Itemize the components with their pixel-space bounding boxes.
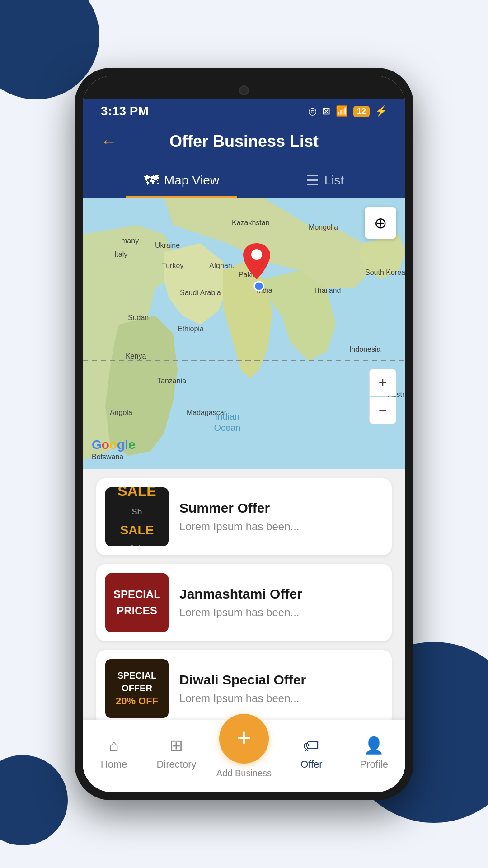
svg-text:Indonesia: Indonesia — [349, 345, 380, 353]
location-icon: ◎ — [308, 105, 317, 117]
notch-bar — [83, 76, 405, 99]
svg-text:Thailand: Thailand — [313, 287, 341, 294]
bolt-icon: ⚡ — [375, 105, 387, 117]
svg-text:Google: Google — [92, 438, 135, 452]
nav-label-offer: Offer — [300, 759, 323, 770]
zoom-in-button[interactable]: + — [369, 369, 396, 396]
directory-icon: ⊞ — [169, 736, 183, 755]
nav-label-add: Add Business — [216, 768, 272, 778]
svg-text:Sudan: Sudan — [128, 314, 149, 321]
nav-label-profile: Profile — [360, 759, 388, 770]
offer-title-2: Janmashtami Offer — [179, 586, 383, 602]
plus-icon: + — [237, 725, 252, 750]
phone-screen: 3:13 PM ◎ ⊠ 📶 12 ⚡ ← Offer Business List — [83, 76, 405, 792]
offer-info-3: Diwali Special Offer Lorem Ipsum has bee… — [179, 672, 383, 705]
svg-text:Kenya: Kenya — [126, 352, 146, 360]
map-icon: 🗺 — [144, 172, 159, 189]
offers-list: SALE Sh SALE Sale Summer Offer Lorem Ips… — [83, 469, 405, 720]
page-title: Offer Business List — [169, 132, 319, 151]
offer-info-1: Summer Offer Lorem Ipsum has been... — [179, 500, 383, 533]
offer-desc-3: Lorem Ipsum has been... — [179, 692, 383, 705]
nav-add-container: + Add Business — [216, 727, 272, 778]
svg-text:Tanzania: Tanzania — [157, 377, 186, 385]
offer-image-2: SPECIAL PRICES — [105, 573, 169, 632]
list-icon: ☰ — [306, 172, 319, 189]
wifi-icon: 📶 — [336, 105, 348, 117]
offer-info-2: Janmashtami Offer Lorem Ipsum has been..… — [179, 586, 383, 619]
svg-text:South Korea: South Korea — [365, 269, 405, 276]
crosshair-icon: ⊕ — [374, 214, 387, 232]
svg-text:Afghan.: Afghan. — [209, 262, 234, 269]
svg-text:Saudi Arabia: Saudi Arabia — [180, 289, 221, 297]
tab-map-label: Map View — [164, 173, 219, 188]
status-bar: 3:13 PM ◎ ⊠ 📶 12 ⚡ — [83, 99, 405, 123]
svg-text:many: many — [121, 237, 139, 245]
nav-label-directory: Directory — [156, 759, 196, 770]
svg-text:Ukraine: Ukraine — [155, 241, 180, 249]
svg-text:Angola: Angola — [110, 409, 132, 416]
offer-card-2[interactable]: SPECIAL PRICES Janmashtami Offer Lorem I… — [96, 564, 392, 641]
svg-text:Turkey: Turkey — [162, 262, 183, 269]
svg-text:Mongolia: Mongolia — [309, 223, 338, 231]
offer-title-1: Summer Offer — [179, 500, 383, 516]
header: ← Offer Business List 🗺 Map View ☰ List — [83, 123, 405, 198]
nav-item-home[interactable]: ⌂ Home — [91, 736, 136, 770]
bg-decor-bottom-left — [0, 755, 68, 845]
camera — [239, 85, 249, 95]
home-icon: ⌂ — [109, 736, 119, 755]
nav-item-offer[interactable]: 🏷 Offer — [289, 736, 334, 770]
offer-card-1[interactable]: SALE Sh SALE Sale Summer Offer Lorem Ips… — [96, 478, 392, 555]
nav-item-directory[interactable]: ⊞ Directory — [154, 736, 199, 770]
svg-text:Kazakhstan: Kazakhstan — [232, 219, 270, 226]
tab-map-view[interactable]: 🗺 Map View — [126, 165, 237, 198]
svg-text:Botswana: Botswana — [92, 453, 123, 461]
svg-text:Ethiopia: Ethiopia — [178, 325, 204, 333]
offer-icon: 🏷 — [303, 736, 319, 755]
svg-text:Ocean: Ocean — [214, 423, 241, 433]
map-container[interactable]: Indian Ocean many Italy Ukraine Kazakhst… — [83, 198, 405, 469]
offer-desc-2: Lorem Ipsum has been... — [179, 606, 383, 619]
offer-desc-1: Lorem Ipsum has been... — [179, 520, 383, 533]
map-svg: Indian Ocean many Italy Ukraine Kazakhst… — [83, 198, 405, 469]
header-top: ← Offer Business List — [101, 132, 387, 151]
zoom-out-button[interactable]: − — [369, 397, 396, 424]
status-icons: ◎ ⊠ 📶 12 ⚡ — [308, 105, 387, 117]
add-business-button[interactable]: + — [219, 714, 269, 764]
notch — [208, 81, 280, 99]
offer-image-3: SPECIAL OFFER 20% OFF — [105, 659, 169, 718]
nav-label-home: Home — [101, 759, 127, 770]
tab-list-label: List — [324, 173, 344, 188]
sim-icon: ⊠ — [322, 105, 330, 117]
tabs: 🗺 Map View ☰ List — [101, 165, 387, 198]
offer-image-1: SALE Sh SALE Sale — [105, 487, 169, 546]
offer-title-3: Diwali Special Offer — [179, 672, 383, 688]
nav-item-profile[interactable]: 👤 Profile — [352, 736, 397, 770]
phone-frame: 3:13 PM ◎ ⊠ 📶 12 ⚡ ← Offer Business List — [75, 68, 413, 800]
status-time: 3:13 PM — [101, 104, 149, 118]
back-button[interactable]: ← — [101, 132, 117, 151]
bottom-nav: ⌂ Home ⊞ Directory + Add Business 🏷 Offe… — [83, 720, 405, 792]
svg-text:Italy: Italy — [114, 250, 127, 258]
locate-button[interactable]: ⊕ — [365, 207, 396, 239]
page-background: 3:13 PM ◎ ⊠ 📶 12 ⚡ ← Offer Business List — [0, 0, 488, 868]
profile-icon: 👤 — [364, 736, 384, 755]
svg-point-24 — [251, 249, 262, 260]
svg-point-25 — [254, 282, 263, 291]
tab-list[interactable]: ☰ List — [288, 165, 362, 198]
battery-badge: 12 — [353, 106, 370, 117]
offer-card-3[interactable]: SPECIAL OFFER 20% OFF Diwali Special Off… — [96, 650, 392, 720]
svg-text:Madagascar: Madagascar — [187, 409, 227, 416]
map-controls: + − — [369, 369, 396, 424]
